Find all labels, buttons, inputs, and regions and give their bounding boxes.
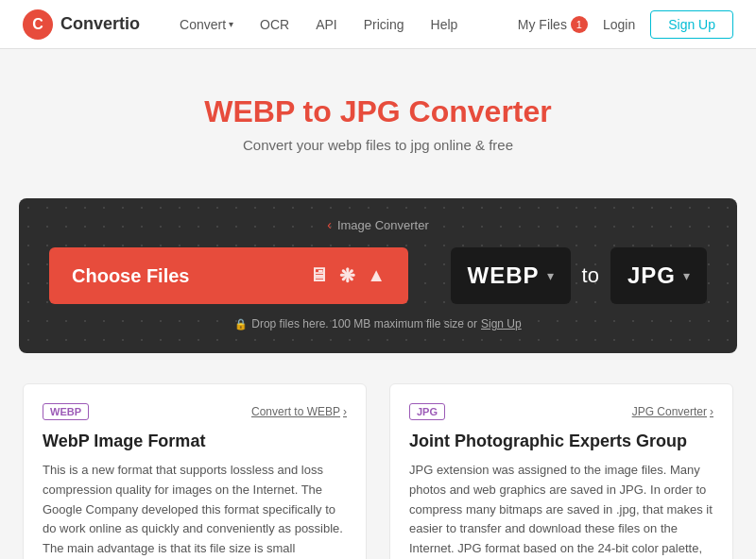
googledrive-icon: ▲ <box>367 264 386 287</box>
to-format-chevron: ▾ <box>683 268 690 283</box>
nav-pricing[interactable]: Pricing <box>354 11 414 38</box>
lock-icon: 🔒 <box>234 318 248 330</box>
nav-api[interactable]: API <box>306 11 347 38</box>
logo-text: Convertio <box>60 14 140 34</box>
webp-card: WEBP Convert to WEBP › WebP Image Format… <box>23 383 367 559</box>
nav-convert[interactable]: Convert ▾ <box>170 11 243 38</box>
files-badge: 1 <box>571 16 588 33</box>
jpg-card-title: Joint Photographic Experts Group <box>409 432 713 451</box>
card-top-webp: WEBP Convert to WEBP › <box>43 403 347 420</box>
upload-icons: 🖥 ❋ ▲ <box>309 264 386 287</box>
webp-card-desc: This is a new format that supports lossl… <box>43 461 347 559</box>
convert-to-webp-link[interactable]: Convert to WEBP › <box>251 405 347 418</box>
hero-subtitle: Convert your webp files to jpg online & … <box>23 137 733 153</box>
jpg-card-desc: JPG extension was assigned to the image … <box>409 461 713 559</box>
hero-section: WEBP to JPG Converter Convert your webp … <box>0 49 756 176</box>
to-format-selector[interactable]: JPG ▾ <box>610 247 707 304</box>
jpg-converter-link[interactable]: JPG Converter › <box>632 405 713 418</box>
chevron-down-icon: ▾ <box>229 19 233 29</box>
nav-right: My Files 1 Login Sign Up <box>518 10 733 39</box>
to-format-text: JPG <box>627 263 676 289</box>
chevron-right-icon: › <box>710 405 713 418</box>
chevron-right-icon: › <box>343 405 347 418</box>
jpg-card: JPG JPG Converter › Joint Photographic E… <box>389 383 733 559</box>
format-selector: WEBP ▾ to JPG ▾ <box>451 247 707 304</box>
computer-upload-icon: 🖥 <box>309 264 328 287</box>
to-label: to <box>582 263 599 288</box>
converter-label: ‹ Image Converter <box>49 217 707 232</box>
navbar: C Convertio Convert ▾ OCR API Pricing He… <box>0 0 756 49</box>
from-format-chevron: ▾ <box>547 268 554 283</box>
card-top-jpg: JPG JPG Converter › <box>409 403 713 420</box>
svg-text:C: C <box>32 16 43 32</box>
dropbox-icon: ❋ <box>339 264 355 287</box>
webp-card-title: WebP Image Format <box>43 432 347 451</box>
jpg-tag: JPG <box>409 403 445 420</box>
logo[interactable]: C Convertio <box>23 9 140 40</box>
nav-help[interactable]: Help <box>421 11 468 38</box>
nav-ocr[interactable]: OCR <box>250 11 299 38</box>
signup-drop-link[interactable]: Sign Up <box>481 317 522 330</box>
choose-files-button[interactable]: Choose Files 🖥 ❋ ▲ <box>49 247 408 304</box>
converter-main: Choose Files 🖥 ❋ ▲ WEBP ▾ to JPG ▾ <box>49 247 707 304</box>
hero-title: WEBP to JPG Converter <box>23 94 733 129</box>
nav-links: Convert ▾ OCR API Pricing Help <box>170 11 518 38</box>
logo-icon: C <box>23 9 53 40</box>
info-section: WEBP Convert to WEBP › WebP Image Format… <box>19 383 737 559</box>
from-format-selector[interactable]: WEBP ▾ <box>451 247 571 304</box>
login-link[interactable]: Login <box>603 17 635 32</box>
angle-icon: ‹ <box>327 217 332 232</box>
webp-tag: WEBP <box>43 403 89 420</box>
drop-hint: 🔒 Drop files here. 100 MB maximum file s… <box>49 317 707 330</box>
converter-section: ‹ Image Converter Choose Files 🖥 ❋ ▲ WEB… <box>19 198 737 353</box>
from-format-text: WEBP <box>468 263 540 289</box>
my-files-link[interactable]: My Files 1 <box>518 16 588 33</box>
signup-button[interactable]: Sign Up <box>650 10 733 39</box>
